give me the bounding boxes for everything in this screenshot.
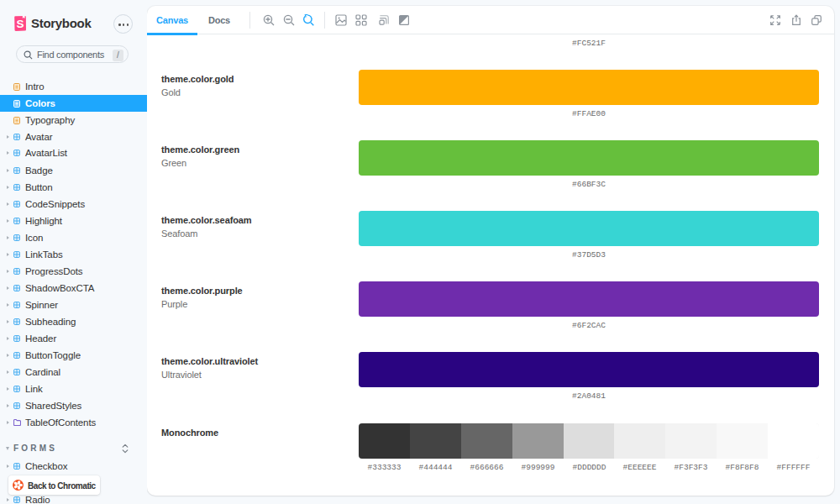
svg-text:S: S [17,18,24,30]
